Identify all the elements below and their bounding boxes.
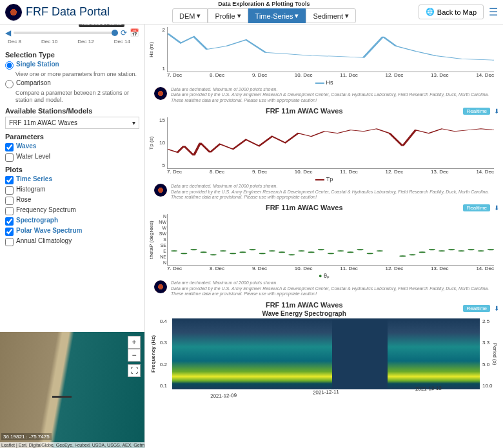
refresh-icon[interactable]: ⟳ xyxy=(121,28,127,37)
svg-point-17 xyxy=(337,251,344,252)
tab-timeseries[interactable]: Time-Series▾ xyxy=(248,8,306,23)
time-slider[interactable]: Tue Dec 14 08:00 xyxy=(14,32,118,34)
svg-point-8 xyxy=(250,249,256,251)
radio-single-station[interactable] xyxy=(5,61,14,70)
fullscreen-button[interactable]: ⛶ xyxy=(128,364,141,377)
svg-point-30 xyxy=(478,251,484,252)
svg-point-18 xyxy=(347,252,353,253)
download-icon[interactable]: ⬇ xyxy=(494,108,499,115)
selection-heading: Selection Type xyxy=(5,51,139,59)
check-polar-wave[interactable] xyxy=(5,228,14,236)
svg-point-21 xyxy=(377,251,383,252)
spectrograph-plot[interactable]: Frequency (Hz) Period (s) 0.40.30.20.1 2… xyxy=(172,318,480,389)
realtime-badge: Realtime xyxy=(463,204,490,211)
svg-point-10 xyxy=(269,251,275,252)
svg-point-2 xyxy=(190,249,197,251)
svg-point-25 xyxy=(429,249,435,251)
svg-point-29 xyxy=(468,249,475,251)
globe-icon: 🌐 xyxy=(426,8,435,16)
header: FRF Data Portal Data Exploration & Plott… xyxy=(0,0,503,24)
check-climatology[interactable] xyxy=(5,238,14,246)
slider-prev-icon[interactable]: ◀ xyxy=(5,28,11,37)
portal-title: FRF Data Portal xyxy=(26,5,110,19)
calendar-icon[interactable]: 📅 xyxy=(130,28,139,37)
zoom-out-button[interactable]: − xyxy=(128,349,141,362)
svg-point-22 xyxy=(399,256,406,257)
svg-point-12 xyxy=(288,255,295,256)
tab-dem[interactable]: DEM▾ xyxy=(172,8,208,23)
tab-profile[interactable]: Profile▾ xyxy=(208,8,248,23)
check-freq-spectrum[interactable] xyxy=(5,207,14,215)
realtime-badge: Realtime xyxy=(463,108,490,115)
chart-hs: Hs (m) 21 7. Dec8. Dec9. Dec10. Dec11. D… xyxy=(149,27,499,103)
tab-sediment[interactable]: Sediment▾ xyxy=(306,8,355,23)
svg-point-31 xyxy=(488,249,494,251)
svg-point-28 xyxy=(458,251,464,252)
svg-point-11 xyxy=(279,252,285,253)
caret-down-icon: ▾ xyxy=(345,12,349,20)
usace-logo-icon xyxy=(154,87,167,100)
sidebar: ◀ Tue Dec 14 08:00 ⟳ 📅 Dec 8Dec 10Dec 12… xyxy=(0,24,145,448)
params-heading: Parameters xyxy=(5,133,139,141)
svg-point-9 xyxy=(259,253,266,255)
svg-point-26 xyxy=(439,251,445,252)
svg-point-1 xyxy=(181,253,187,255)
chart-tp: FRF 11m AWAC WavesRealtime⬇ Tp (s) 15105… xyxy=(149,106,499,200)
usace-logo-icon xyxy=(154,280,167,293)
usace-logo xyxy=(5,4,22,21)
svg-point-27 xyxy=(448,249,455,251)
zoom-in-button[interactable]: + xyxy=(128,336,141,349)
svg-point-4 xyxy=(210,255,217,256)
svg-point-13 xyxy=(298,251,304,252)
slider-ticks: Dec 8Dec 10Dec 12Dec 14 xyxy=(5,39,139,47)
tools-label: Data Exploration & Plotting Tools xyxy=(110,1,419,7)
svg-point-6 xyxy=(230,253,236,255)
check-histogram[interactable] xyxy=(5,186,14,195)
check-rose[interactable] xyxy=(5,197,14,205)
caret-down-icon: ▾ xyxy=(295,12,299,20)
chart-spectrograph: FRF 11m AWAC WavesWave Energy Spectrogra… xyxy=(149,300,499,395)
chart-theta: FRF 11m AWAC WavesRealtime⬇ thetaP (degr… xyxy=(149,202,499,297)
charts-panel: Hs (m) 21 7. Dec8. Dec9. Dec10. Dec11. D… xyxy=(145,24,503,448)
svg-point-0 xyxy=(171,251,177,252)
map-coords: 36.19821 : -75.7475 xyxy=(1,433,52,440)
stations-heading: Available Stations/Models xyxy=(5,107,139,115)
check-timeseries[interactable] xyxy=(5,176,14,184)
radio-comparison[interactable] xyxy=(5,80,14,88)
slider-tooltip: Tue Dec 14 08:00 xyxy=(79,24,124,27)
svg-point-19 xyxy=(357,249,363,251)
back-to-map-button[interactable]: 🌐Back to Map xyxy=(419,5,484,19)
pier-feature xyxy=(52,396,72,398)
download-icon[interactable]: ⬇ xyxy=(494,204,499,211)
theta-plot[interactable]: thetaP (degrees) NNWWSWSSEENEN xyxy=(167,214,494,266)
realtime-badge: Realtime xyxy=(463,305,490,312)
svg-point-24 xyxy=(419,252,426,253)
svg-point-16 xyxy=(328,253,334,255)
download-icon[interactable]: ⬇ xyxy=(494,305,499,312)
station-select[interactable]: FRF 11m AWAC Waves▾ xyxy=(5,117,139,129)
check-waves[interactable] xyxy=(5,143,14,151)
check-spectrograph[interactable] xyxy=(5,217,14,226)
tp-plot[interactable]: Tp (s) 15105 xyxy=(167,117,494,169)
hamburger-menu-icon[interactable]: ☰ xyxy=(489,6,498,18)
check-water-level[interactable] xyxy=(5,153,14,162)
caret-down-icon: ▾ xyxy=(132,119,135,126)
svg-point-15 xyxy=(318,249,324,251)
svg-point-5 xyxy=(220,251,226,252)
usace-logo-icon xyxy=(154,184,167,197)
location-map[interactable]: + − ⛶ 36.19821 : -75.7475 Leaflet | Esri… xyxy=(0,332,144,448)
svg-point-3 xyxy=(201,252,207,253)
map-attribution: Leaflet | Esri, DigitalGlobe, GeoEye, i-… xyxy=(0,442,144,448)
plots-heading: Plots xyxy=(5,166,139,173)
caret-down-icon: ▾ xyxy=(197,12,201,20)
svg-point-7 xyxy=(239,252,246,253)
slider-handle[interactable] xyxy=(112,30,118,36)
svg-point-20 xyxy=(367,253,373,255)
svg-point-23 xyxy=(409,255,415,256)
caret-down-icon: ▾ xyxy=(237,12,241,20)
nav-tabs: DEM▾ Profile▾ Time-Series▾ Sediment▾ xyxy=(172,8,356,23)
svg-point-14 xyxy=(308,252,315,253)
hs-plot[interactable]: Hs (m) 21 xyxy=(167,27,494,72)
